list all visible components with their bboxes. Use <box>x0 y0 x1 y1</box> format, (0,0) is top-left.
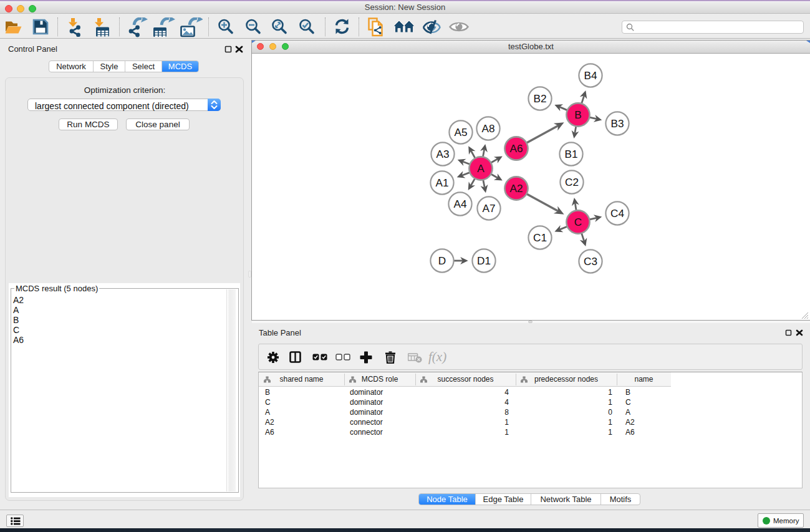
svg-text:A5: A5 <box>454 126 467 138</box>
svg-text:D1: D1 <box>477 254 491 267</box>
svg-text:B: B <box>574 109 581 121</box>
svg-text:C1: C1 <box>533 231 547 244</box>
svg-text:A8: A8 <box>481 122 494 135</box>
svg-text:C2: C2 <box>565 176 579 188</box>
svg-text:A1: A1 <box>435 177 448 189</box>
svg-text:B3: B3 <box>610 117 624 130</box>
svg-text:C4: C4 <box>610 207 624 220</box>
svg-text:B4: B4 <box>584 69 597 82</box>
svg-text:C3: C3 <box>584 255 597 268</box>
svg-text:A3: A3 <box>436 148 449 160</box>
svg-text:A4: A4 <box>453 198 466 210</box>
svg-text:D: D <box>438 254 446 267</box>
svg-text:A6: A6 <box>509 142 523 155</box>
svg-text:B2: B2 <box>533 92 546 105</box>
svg-text:B1: B1 <box>564 148 577 160</box>
svg-text:A: A <box>477 162 485 175</box>
svg-text:A2: A2 <box>509 182 523 195</box>
svg-text:C: C <box>574 216 582 228</box>
svg-text:A7: A7 <box>482 202 495 215</box>
